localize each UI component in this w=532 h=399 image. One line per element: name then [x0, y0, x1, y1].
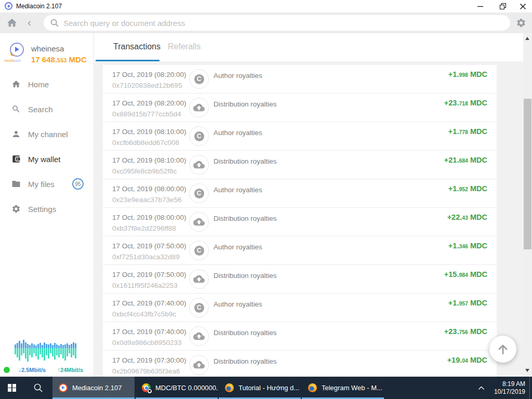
taskbar-item-label: Mediacoin 2.107 — [72, 384, 122, 392]
scroll-to-top-button[interactable] — [489, 336, 516, 363]
author-royalties-icon: C — [194, 189, 204, 198]
transaction-row[interactable]: 17 Oct, 2019 (07:50:00) 0x1611f95f246a22… — [103, 265, 497, 294]
firefox-icon — [308, 383, 317, 392]
transaction-type-icon: C — [189, 69, 209, 89]
transaction-hash: 0x23e9eaac37b73e56 — [112, 196, 182, 204]
transaction-amount: +1.998 MDC — [448, 70, 487, 78]
show-desktop-button[interactable] — [529, 377, 530, 399]
home-icon — [6, 17, 18, 29]
transaction-hash: 0xb37f8e2d2296ff88 — [112, 224, 176, 232]
taskbar-item-label: Telegram Web - M... — [322, 384, 382, 392]
taskbar-search-button[interactable] — [24, 377, 52, 399]
transaction-type-label: Author royalties — [214, 129, 262, 137]
transaction-row[interactable]: 17 Oct, 2019 (07:40:00) 0xbcf4cc43fb7c5b… — [103, 294, 497, 322]
minimize-button[interactable] — [471, 0, 489, 12]
firefox-icon — [225, 383, 234, 392]
network-activity-panel: ↓2.5Mbit/s ↑24Mbit/s — [0, 339, 94, 374]
windows-taskbar: Mediacoin 2.107 MDC/BTC 0.000000... Tuto… — [0, 377, 532, 399]
wallet-balance: 17 648.553 MDC — [31, 55, 87, 64]
taskbar-item-firefox-tutorial[interactable]: Tutorial - Hướng d... — [219, 377, 301, 399]
transaction-date: 17 Oct, 2019 (07:50:00) — [112, 242, 187, 250]
sidebar-item-settings[interactable]: Settings — [0, 196, 94, 221]
transaction-date: 17 Oct, 2019 (08:10:00) — [112, 128, 187, 136]
transaction-hash: 0x889d15b777ccb5d4 — [112, 110, 181, 118]
home-icon — [11, 79, 21, 89]
transaction-type-icon: C — [189, 269, 209, 289]
transaction-amount: +23.718 MDC — [444, 99, 487, 107]
transaction-row[interactable]: 17 Oct, 2019 (08:00:00) 0x23e9eaac37b73e… — [103, 179, 497, 208]
transactions-list: 17 Oct, 2019 (08:20:00) 0x71020838ed12b6… — [103, 65, 497, 377]
restore-button[interactable] — [494, 0, 512, 12]
chevron-up-icon — [478, 385, 485, 391]
search-icon — [11, 104, 21, 114]
gear-icon — [516, 18, 526, 28]
sidebar-item-label: Search — [28, 105, 53, 114]
scrollbar-thumb[interactable] — [524, 99, 531, 249]
tray-time: 8:19 AM — [502, 380, 525, 388]
transaction-type-icon: C — [189, 183, 209, 203]
tray-clock[interactable]: 8:19 AM 10/17/2019 — [494, 380, 525, 396]
transaction-type-icon: C — [189, 212, 209, 232]
mediacoin-app-window: Mediacoin 2.107 ‹ — [0, 0, 532, 399]
taskbar-item-firefox-telegram[interactable]: Telegram Web - M... — [302, 377, 384, 399]
transaction-hash: 0x2b09679b635f3ea6 — [112, 367, 180, 375]
transaction-row[interactable]: 17 Oct, 2019 (07:40:00) 0x0d9a986cb89502… — [103, 322, 497, 351]
home-nav-button[interactable] — [6, 17, 18, 31]
transaction-type-label: Author royalties — [214, 300, 262, 308]
settings-toolbar-button[interactable] — [516, 18, 526, 30]
sidebar-item-my-files[interactable]: My files 95 — [0, 171, 94, 196]
tab-referalls[interactable]: Referalls — [168, 42, 201, 51]
transaction-row[interactable]: 17 Oct, 2019 (08:10:00) 0xc095fe8cb9b52f… — [103, 151, 497, 179]
files-count-badge: 95 — [72, 178, 84, 190]
transaction-amount: +1.957 MDC — [448, 299, 487, 307]
transaction-date: 17 Oct, 2019 (07:40:00) — [112, 299, 187, 307]
transaction-hash: 0x1611f95f246a2253 — [112, 282, 178, 289]
transaction-row[interactable]: 17 Oct, 2019 (08:20:00) 0x889d15b777ccb5… — [103, 94, 497, 122]
tab-transactions[interactable]: Transactions — [113, 42, 161, 51]
search-bar[interactable] — [44, 15, 510, 31]
transaction-type-icon: C — [189, 241, 209, 260]
transaction-row[interactable]: 17 Oct, 2019 (08:00:00) 0xb37f8e2d2296ff… — [103, 208, 497, 236]
transaction-type-icon: C — [189, 98, 209, 117]
sidebar-item-my-channel[interactable]: My channel — [0, 122, 94, 147]
sidebar-item-label: Home — [28, 80, 49, 89]
taskbar-item-chrome-mdc-btc[interactable]: MDC/BTC 0.000000... — [136, 377, 218, 399]
scroll-up-arrow-icon[interactable] — [525, 37, 529, 40]
tray-expand-button[interactable] — [478, 385, 485, 391]
transaction-row[interactable]: 17 Oct, 2019 (08:20:00) 0x71020838ed12b6… — [103, 65, 497, 94]
transaction-row[interactable]: 17 Oct, 2019 (07:30:00) 0x2b09679b635f3e… — [103, 351, 497, 377]
network-graph — [15, 339, 79, 363]
transaction-amount: +15.984 MDC — [444, 270, 487, 278]
transaction-hash: 0xcfb6db8edd67c006 — [112, 139, 179, 147]
sidebar-item-label: My wallet — [28, 155, 61, 164]
distribution-royalties-cloud-icon — [193, 330, 205, 342]
transaction-type-icon: C — [189, 355, 209, 375]
tray-date: 10/17/2019 — [494, 388, 525, 395]
folder-icon — [11, 179, 21, 189]
transaction-row[interactable]: 17 Oct, 2019 (08:10:00) 0xcfb6db8edd67c0… — [103, 122, 497, 151]
transaction-date: 17 Oct, 2019 (08:10:00) — [112, 156, 187, 164]
tab-bar: Transactions Referalls — [95, 33, 532, 61]
close-button[interactable] — [513, 0, 532, 12]
sidebar-item-home[interactable]: Home — [0, 72, 94, 97]
main-content: Transactions Referalls 17 Oct, 2019 (08:… — [95, 33, 532, 377]
back-button[interactable]: ‹ — [28, 16, 31, 29]
author-royalties-icon: C — [194, 303, 204, 313]
transaction-type-icon: C — [189, 298, 209, 317]
sidebar-item-my-wallet[interactable]: My wallet — [0, 147, 94, 171]
transaction-date: 17 Oct, 2019 (08:20:00) — [112, 99, 187, 107]
taskbar-item-mediacoin[interactable]: Mediacoin 2.107 — [52, 377, 135, 399]
system-tray: 8:19 AM 10/17/2019 — [478, 377, 532, 399]
search-input[interactable] — [63, 19, 477, 28]
transaction-type-icon: C — [189, 126, 209, 146]
distribution-royalties-cloud-icon — [193, 273, 205, 285]
sidebar-item-search[interactable]: Search — [0, 97, 94, 122]
transaction-row[interactable]: 17 Oct, 2019 (07:50:00) 0xf7251d30aca32d… — [103, 236, 497, 265]
start-button[interactable] — [0, 377, 24, 399]
scroll-down-arrow-icon[interactable] — [525, 369, 529, 372]
vertical-scrollbar[interactable] — [523, 33, 532, 377]
transaction-type-label: Author royalties — [214, 186, 262, 194]
transaction-type-label: Distribution royalties — [214, 215, 277, 222]
transaction-hash: 0xf7251d30aca32d89 — [112, 253, 180, 261]
soccer-ball-badge-icon — [147, 389, 152, 394]
